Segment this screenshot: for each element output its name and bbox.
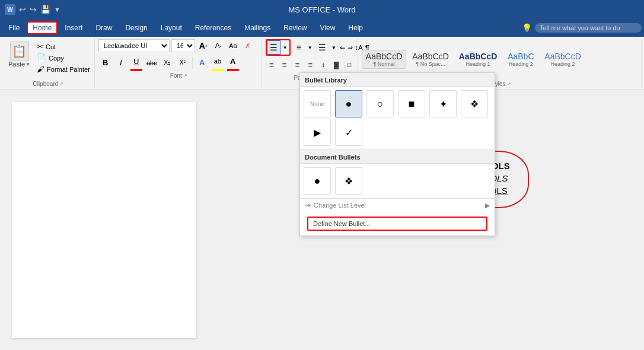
style-heading1-preview: AaBbCcD: [459, 52, 498, 61]
lightbulb-icon: 💡: [522, 23, 532, 33]
bullet-square[interactable]: ■: [398, 90, 425, 117]
superscript-button[interactable]: X²: [176, 56, 190, 70]
undo-button[interactable]: ↩: [19, 5, 26, 14]
tell-me-input[interactable]: [535, 23, 642, 33]
style-heading2-label: Heading 2: [509, 61, 533, 67]
style-heading2-alt[interactable]: AaBbCcD Heading 2: [540, 50, 585, 69]
paste-button[interactable]: 📋 Paste ▼: [5, 39, 34, 70]
autosave-button[interactable]: 💾: [40, 5, 50, 14]
bullet-star[interactable]: ✦: [429, 90, 457, 117]
menu-file[interactable]: File: [2, 21, 25, 34]
menu-insert[interactable]: Insert: [59, 21, 88, 34]
text-effects-button[interactable]: A: [195, 56, 209, 70]
shrink-font-button[interactable]: A-: [212, 39, 225, 52]
font-expand[interactable]: ↗: [183, 73, 187, 78]
style-normal-preview: AaBbCcD: [366, 52, 402, 61]
font-format-row: B I U abc X₂ X² A ab A: [98, 54, 259, 71]
bullet-filled-circle[interactable]: ●: [335, 90, 362, 117]
strikethrough-button[interactable]: abc: [145, 56, 159, 70]
menu-review[interactable]: Review: [278, 21, 313, 34]
bullet-library-title: Bullet Library: [300, 73, 495, 87]
increase-indent-button[interactable]: ⇒: [347, 40, 353, 55]
menu-help[interactable]: Help: [342, 21, 369, 34]
menu-home[interactable]: Home: [27, 21, 58, 34]
underline-color: [130, 69, 142, 71]
bullet-check[interactable]: ✓: [335, 119, 362, 146]
style-normal[interactable]: AaBbCcD ¶ Normal: [362, 50, 406, 69]
numbering-dropdown[interactable]: ▼: [306, 40, 314, 55]
style-no-spacing-preview: AaBbCcD: [412, 52, 448, 61]
multilevel-button[interactable]: ☰: [315, 40, 330, 55]
font-name-row: Leelawadee UI 16 A+ A- Aa ✗: [98, 39, 259, 52]
clear-formatting-button[interactable]: ✗: [241, 39, 254, 52]
menu-draw[interactable]: Draw: [90, 21, 118, 34]
clipboard-items: ✂ Cut 📄 Copy 🖌 Format Painter: [35, 39, 92, 74]
menu-mailings[interactable]: Mailings: [238, 21, 276, 34]
bold-button[interactable]: B: [98, 56, 113, 70]
font-size-select[interactable]: 16: [171, 39, 195, 52]
multilevel-container: ☰ ▼: [315, 40, 338, 55]
menu-bar: File Home Insert Draw Design Layout Refe…: [0, 19, 644, 37]
change-list-level-button[interactable]: ⇥ Change List Level ▶: [300, 199, 495, 212]
grow-font-button[interactable]: A+: [197, 39, 210, 52]
bullet-list-dropdown[interactable]: ▼: [281, 40, 289, 55]
borders-button[interactable]: □: [343, 58, 355, 72]
font-group-label: Font ↗: [98, 71, 259, 79]
change-level-icon: ⇥: [305, 201, 311, 209]
define-new-bullet-button[interactable]: Define New Bullet...: [307, 217, 487, 231]
style-heading1[interactable]: AaBbCcD Heading 1: [455, 50, 502, 69]
multilevel-dropdown[interactable]: ▼: [330, 40, 338, 55]
change-level-label: Change List Level: [314, 202, 366, 209]
bullet-open-circle[interactable]: ○: [366, 90, 394, 117]
format-painter-icon: 🖌: [37, 65, 44, 74]
justify-button[interactable]: ≡: [304, 58, 316, 72]
redo-button[interactable]: ↪: [30, 5, 37, 14]
decrease-indent-button[interactable]: ⇐: [339, 40, 346, 55]
center-button[interactable]: ≡: [279, 58, 291, 72]
doc-bullet-circle[interactable]: ●: [304, 167, 331, 195]
bullet-list-dropdown-container: ☰ ▼: [266, 39, 291, 56]
style-no-spacing-label: ¶ No Spac...: [416, 61, 445, 67]
align-right-button[interactable]: ≡: [292, 58, 304, 72]
customize-qat[interactable]: ▼: [54, 6, 60, 13]
font-name-select[interactable]: Leelawadee UI: [98, 39, 170, 52]
copy-button[interactable]: 📄 Copy: [35, 53, 92, 63]
subscript-button[interactable]: X₂: [160, 56, 174, 70]
app-icon: W: [5, 4, 15, 15]
paste-dropdown-arrow[interactable]: ▼: [25, 62, 30, 67]
highlight-button[interactable]: ab: [211, 54, 225, 68]
font-group: Leelawadee UI 16 A+ A- Aa ✗ B I U abc X₂…: [96, 38, 262, 88]
menu-layout[interactable]: Layout: [155, 21, 188, 34]
style-heading2[interactable]: AaBbC Heading 2: [503, 50, 538, 69]
change-case-button[interactable]: Aa: [227, 39, 240, 52]
clipboard-group-label: Clipboard ↗: [5, 79, 92, 87]
bullet-list-button[interactable]: ☰: [267, 40, 281, 55]
cut-label: Cut: [46, 43, 56, 50]
document-bullets-title: Document Bullets: [300, 150, 495, 164]
menu-references[interactable]: References: [189, 21, 237, 34]
cut-button[interactable]: ✂ Cut: [35, 42, 92, 52]
change-level-arrow: ▶: [485, 202, 490, 209]
clipboard-expand[interactable]: ↗: [59, 81, 63, 87]
format-painter-button[interactable]: 🖌 Format Painter: [35, 64, 92, 74]
doc-bullet-grid: ● ❖: [300, 164, 495, 198]
bullet-diamond[interactable]: ❖: [461, 90, 488, 117]
menu-view[interactable]: View: [314, 21, 342, 34]
style-no-spacing[interactable]: AaBbCcD ¶ No Spac...: [408, 50, 452, 69]
italic-button[interactable]: I: [114, 56, 128, 70]
align-left-button[interactable]: ≡: [266, 58, 278, 72]
numbering-button[interactable]: ≡: [292, 40, 306, 55]
document-area: [0, 90, 322, 350]
line-spacing-button[interactable]: ↕: [317, 58, 329, 72]
doc-bullet-diamond[interactable]: ❖: [335, 167, 362, 195]
style-heading2-preview: AaBbC: [508, 52, 534, 61]
title-bar: W ↩ ↪ 💾 ▼ MS OFFICE - Word: [0, 0, 644, 19]
menu-design[interactable]: Design: [119, 21, 153, 34]
font-color-button[interactable]: A: [226, 54, 240, 68]
shading-button[interactable]: ▓: [330, 58, 342, 72]
styles-expand[interactable]: ↗: [507, 81, 511, 87]
style-heading2-alt-preview: AaBbCcD: [544, 52, 581, 61]
bullet-arrow[interactable]: ▶: [304, 119, 331, 146]
bullet-none[interactable]: None: [304, 90, 331, 117]
underline-button[interactable]: U: [129, 54, 144, 68]
